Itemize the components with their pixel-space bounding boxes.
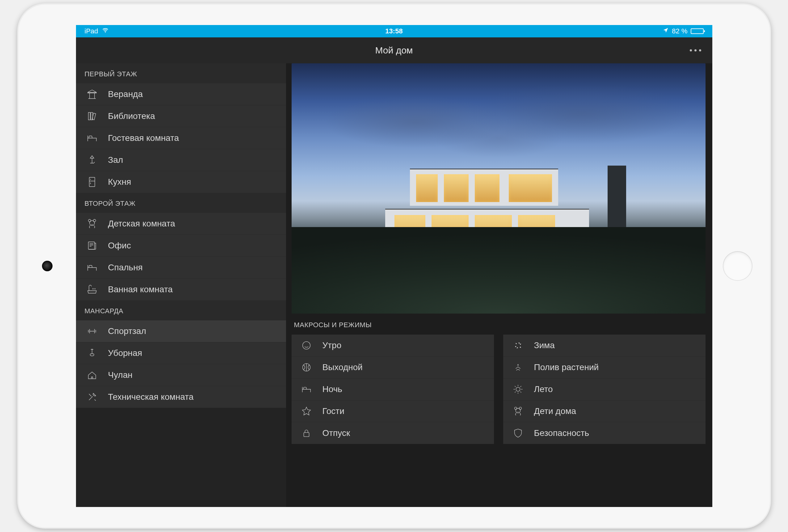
star-icon: [299, 405, 314, 418]
macro-item[interactable]: Выходной: [292, 356, 494, 378]
bed-icon: [299, 383, 314, 396]
bed-icon: [85, 261, 99, 274]
macro-item[interactable]: Утро: [292, 335, 494, 356]
plunger-icon: [85, 347, 99, 360]
home-button[interactable]: [723, 251, 752, 281]
bed-icon: [85, 132, 99, 144]
svg-rect-10: [304, 433, 309, 436]
svg-point-13: [520, 344, 520, 344]
snow-icon: [511, 339, 526, 352]
svg-point-14: [515, 346, 516, 347]
macro-item-label: Отпуск: [322, 428, 350, 438]
svg-point-20: [515, 409, 520, 413]
app-header: Мой дом: [76, 37, 712, 63]
room-item[interactable]: Техническая комната: [76, 386, 286, 408]
room-item-label: Зал: [108, 155, 123, 165]
house-image: [292, 63, 706, 314]
svg-point-17: [516, 387, 520, 391]
svg-point-8: [302, 342, 310, 350]
room-item-label: Кухня: [108, 177, 131, 187]
room-item[interactable]: Детская комната: [76, 213, 286, 235]
housebox-icon: [85, 369, 99, 381]
room-item-label: Библиотека: [108, 111, 155, 121]
macro-item[interactable]: Дети дома: [503, 400, 706, 422]
screen: iPad 13:58 82 % Мой дом: [76, 25, 712, 507]
room-item-label: Спортзал: [108, 326, 146, 336]
room-item-label: Техническая комната: [108, 392, 194, 402]
macro-item-label: Утро: [322, 340, 342, 350]
room-item[interactable]: Спальня: [76, 256, 286, 278]
macros-column-right: ЗимаПолив растенийЛетоДети домаБезопасно…: [503, 335, 706, 444]
shield-icon: [511, 427, 526, 440]
macro-item-label: Ночь: [322, 384, 342, 394]
status-bar: iPad 13:58 82 %: [76, 25, 712, 37]
lamp-icon: [85, 154, 99, 166]
svg-point-16: [517, 348, 518, 348]
macro-item-label: Выходной: [322, 362, 363, 372]
dumbbell-icon: [85, 325, 99, 338]
wifi-icon: [102, 27, 109, 36]
macros-heading: МАКРОСЫ И РЕЖИМЫ: [292, 314, 706, 335]
macro-item-label: Зима: [534, 340, 555, 350]
macro-item-label: Полив растений: [534, 362, 599, 372]
room-item[interactable]: Зал: [76, 149, 286, 171]
device-label: iPad: [85, 27, 98, 35]
room-item[interactable]: Веранда: [76, 83, 286, 105]
macro-item[interactable]: Гости: [292, 400, 494, 422]
fridge-icon: [85, 176, 99, 189]
svg-point-12: [519, 342, 519, 343]
room-item-label: Веранда: [108, 89, 143, 99]
room-item[interactable]: Офис: [76, 235, 286, 256]
svg-rect-1: [88, 113, 90, 120]
section-header: ПЕРВЫЙ ЭТАЖ: [76, 63, 286, 83]
macro-item-label: Гости: [322, 406, 344, 416]
macro-item[interactable]: Безопасность: [503, 422, 706, 444]
svg-point-15: [520, 347, 520, 348]
room-item-label: Спальня: [108, 262, 143, 273]
macro-item[interactable]: Ночь: [292, 378, 494, 400]
bath-icon: [85, 283, 99, 296]
macro-item[interactable]: Отпуск: [292, 422, 494, 444]
room-item[interactable]: Библиотека: [76, 105, 286, 127]
macros-column-left: УтроВыходнойНочьГостиОтпуск: [292, 335, 494, 444]
room-item-label: Офис: [108, 241, 131, 251]
room-item[interactable]: Уборная: [76, 342, 286, 364]
tablet-device: iPad 13:58 82 % Мой дом: [17, 3, 771, 529]
room-item-label: Чулан: [108, 370, 133, 380]
smile-icon: [299, 339, 314, 352]
svg-point-6: [90, 221, 95, 225]
page-title: Мой дом: [375, 45, 413, 56]
gazebo-icon: [85, 88, 99, 101]
room-item[interactable]: Гостевая комната: [76, 127, 286, 149]
room-item[interactable]: Ванная комната: [76, 278, 286, 300]
rooms-sidebar: ПЕРВЫЙ ЭТАЖВерандаБиблиотекаГостевая ком…: [76, 63, 286, 507]
teddy-icon: [511, 405, 526, 418]
teddy-icon: [85, 217, 99, 230]
room-item[interactable]: Чулан: [76, 364, 286, 386]
svg-rect-7: [88, 242, 95, 249]
lock-icon: [299, 427, 314, 440]
macro-item-label: Безопасность: [534, 428, 589, 438]
room-item-label: Уборная: [108, 348, 142, 358]
location-icon: [663, 27, 669, 35]
section-header: ВТОРОЙ ЭТАЖ: [76, 193, 286, 213]
macro-item-label: Лето: [534, 384, 553, 394]
more-button[interactable]: [690, 50, 701, 52]
macro-item[interactable]: Полив растений: [503, 356, 706, 378]
sun-icon: [511, 383, 526, 396]
section-header: МАНСАРДА: [76, 300, 286, 320]
ball-icon: [299, 361, 314, 374]
clock: 13:58: [385, 27, 402, 35]
macro-item-label: Дети дома: [534, 406, 576, 416]
room-item[interactable]: Спортзал: [76, 320, 286, 342]
room-item-label: Детская комната: [108, 219, 175, 229]
svg-point-0: [105, 32, 106, 33]
books-icon: [85, 110, 99, 123]
macro-item[interactable]: Зима: [503, 335, 706, 356]
tools-icon: [85, 391, 99, 403]
macro-item[interactable]: Лето: [503, 378, 706, 400]
room-item[interactable]: Кухня: [76, 171, 286, 193]
room-item-label: Ванная комната: [108, 284, 173, 294]
camera-dot: [42, 261, 53, 271]
svg-point-11: [516, 343, 516, 344]
